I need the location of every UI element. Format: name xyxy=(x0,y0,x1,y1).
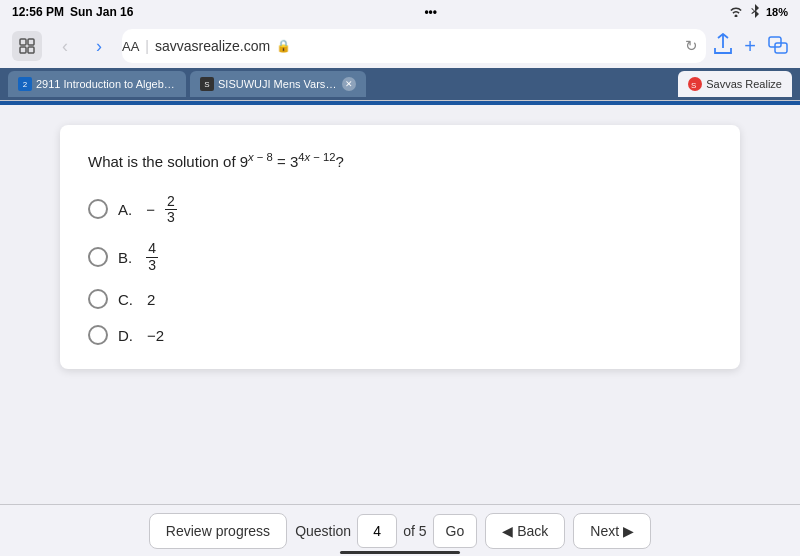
address-bar[interactable]: AA | savvasrealize.com 🔒 ↻ xyxy=(122,29,706,63)
svg-rect-0 xyxy=(20,39,26,45)
option-c[interactable]: C. 2 xyxy=(88,289,712,309)
aa-label[interactable]: AA xyxy=(122,39,139,54)
dots-icon: ••• xyxy=(424,5,437,19)
tab-grid-button[interactable] xyxy=(12,31,42,61)
next-button[interactable]: Next ▶ xyxy=(573,513,651,549)
date: Sun Jan 16 xyxy=(70,5,133,19)
option-d[interactable]: D. −2 xyxy=(88,325,712,345)
tab-favicon-savvas: S xyxy=(688,77,702,91)
option-a-negative: − xyxy=(146,201,155,218)
option-a-label: A. xyxy=(118,201,132,218)
tab-label-algebra: 2911 Introduction to Algebra A xyxy=(36,78,176,90)
nav-bar: ‹ › AA | savvasrealize.com 🔒 ↻ + xyxy=(0,24,800,68)
svg-text:S: S xyxy=(691,81,696,89)
browser-chrome: ‹ › AA | savvasrealize.com 🔒 ↻ + xyxy=(0,24,800,101)
radio-d[interactable] xyxy=(88,325,108,345)
svg-rect-2 xyxy=(20,47,26,53)
next-arrow-icon: ▶ xyxy=(623,523,634,539)
reload-button[interactable]: ↻ xyxy=(685,37,698,55)
radio-a[interactable] xyxy=(88,199,108,219)
nav-arrows: ‹ › xyxy=(50,31,114,61)
fraction-b-numerator: 4 xyxy=(146,241,158,257)
fraction-a-numerator: 2 xyxy=(165,194,177,210)
nav-actions: + xyxy=(714,33,788,60)
total-questions-label: of 5 xyxy=(403,523,426,539)
forward-arrow-button[interactable]: › xyxy=(84,31,114,61)
exponent1: x − 8 xyxy=(248,151,273,163)
home-indicator xyxy=(340,551,460,554)
tab-label-savvas: Savvas Realize xyxy=(706,78,782,90)
option-b-label: B. xyxy=(118,249,132,266)
svg-rect-1 xyxy=(28,39,34,45)
back-arrow-icon: ◀ xyxy=(502,523,513,539)
status-left: 12:56 PM Sun Jan 16 xyxy=(12,5,133,19)
battery-text: 18% xyxy=(766,6,788,18)
question-text: What is the solution of 9x − 8 = 34x − 1… xyxy=(88,149,712,174)
tab-label-baseball: SISUWUJI Mens Varsity Baseball Jacket Be… xyxy=(218,78,338,90)
content-area: What is the solution of 9x − 8 = 34x − 1… xyxy=(0,105,800,505)
question-number-input[interactable] xyxy=(357,514,397,548)
fraction-a-denominator: 3 xyxy=(165,210,177,225)
url-text: savvasrealize.com xyxy=(155,38,270,54)
tab-close-baseball[interactable]: ✕ xyxy=(342,77,356,91)
time: 12:56 PM xyxy=(12,5,64,19)
tab-savvas[interactable]: S Savvas Realize xyxy=(678,71,792,97)
tab-bar: 2 2911 Introduction to Algebra A S SISUW… xyxy=(0,68,800,100)
tab-favicon-algebra: 2 xyxy=(18,77,32,91)
next-label: Next xyxy=(590,523,619,539)
bluetooth-icon xyxy=(750,4,760,20)
option-b[interactable]: B. 4 3 xyxy=(88,241,712,273)
question-card: What is the solution of 9x − 8 = 34x − 1… xyxy=(60,125,740,369)
radio-c[interactable] xyxy=(88,289,108,309)
status-bar: 12:56 PM Sun Jan 16 ••• 18% xyxy=(0,0,800,24)
question-input-group: Question of 5 Go xyxy=(295,514,477,548)
wifi-icon xyxy=(728,5,744,19)
question-label: Question xyxy=(295,523,351,539)
review-progress-button[interactable]: Review progress xyxy=(149,513,287,549)
radio-b[interactable] xyxy=(88,247,108,267)
option-d-label: D. xyxy=(118,327,133,344)
fraction-b-denominator: 3 xyxy=(146,258,158,273)
tab-algebra[interactable]: 2 2911 Introduction to Algebra A xyxy=(8,71,186,97)
svg-rect-3 xyxy=(28,47,34,53)
go-button[interactable]: Go xyxy=(433,514,478,548)
tab-baseball[interactable]: S SISUWUJI Mens Varsity Baseball Jacket … xyxy=(190,71,366,97)
tab-favicon-baseball: S xyxy=(200,77,214,91)
bottom-toolbar: Review progress Question of 5 Go ◀ Back … xyxy=(0,504,800,556)
back-button[interactable]: ◀ Back xyxy=(485,513,565,549)
lock-icon: 🔒 xyxy=(276,39,291,53)
back-arrow-button[interactable]: ‹ xyxy=(50,31,80,61)
option-d-value: −2 xyxy=(147,327,164,344)
exponent2: 4x − 12 xyxy=(298,151,335,163)
back-label: Back xyxy=(517,523,548,539)
option-a[interactable]: A. − 2 3 xyxy=(88,194,712,226)
url-separator: | xyxy=(145,38,149,54)
tab-switcher-button[interactable] xyxy=(768,36,788,57)
share-button[interactable] xyxy=(714,33,732,60)
option-c-value: 2 xyxy=(147,291,155,308)
status-right: 18% xyxy=(728,4,788,20)
option-a-fraction: 2 3 xyxy=(165,194,177,226)
add-tab-button[interactable]: + xyxy=(744,35,756,58)
option-c-label: C. xyxy=(118,291,133,308)
option-b-fraction: 4 3 xyxy=(146,241,158,273)
answer-options: A. − 2 3 B. 4 3 C. 2 xyxy=(88,194,712,346)
status-center: ••• xyxy=(424,5,437,19)
